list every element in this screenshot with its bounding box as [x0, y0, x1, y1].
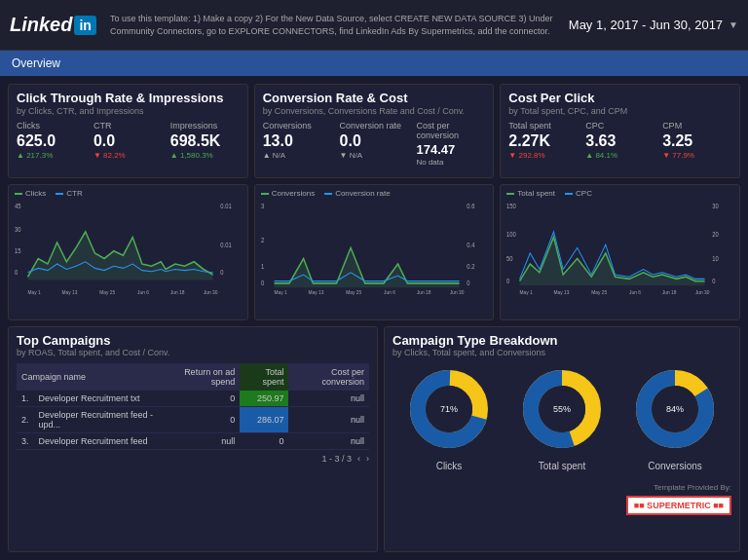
svg-text:Jun 18: Jun 18: [417, 288, 431, 294]
cpm-value: 3.25: [662, 132, 731, 150]
total-spent-change: ▼ 292.8%: [508, 151, 578, 160]
svg-text:15: 15: [15, 247, 21, 254]
svg-marker-13: [28, 232, 213, 280]
ctr-panel-sub: by Clicks, CTR, and Impressions: [17, 106, 240, 116]
supermetrics-label: ■■ SUPERMETRIC ■■: [634, 501, 724, 510]
cpc-metric-values: Total spent 2.27K ▼ 292.8% CPC 3.63 ▲ 84…: [508, 121, 731, 160]
row2-spent: 286.07: [240, 407, 288, 433]
cpc-panel-sub: by Total spent, CPC, and CPM: [508, 106, 731, 116]
clicks-value: 625.0: [17, 132, 86, 150]
svg-text:May 25: May 25: [99, 288, 115, 294]
svg-text:3: 3: [261, 202, 265, 208]
next-page-button[interactable]: ›: [366, 454, 369, 464]
header: Linked in To use this template: 1) Make …: [0, 0, 748, 51]
template-credit: Template Provided By: ■■ SUPERMETRIC ■■: [393, 477, 731, 515]
conversion-metric-values: Conversions 13.0 ▲ N/A Conversion rate 0…: [263, 121, 486, 167]
clicks-metric: Clicks 625.0 ▲ 217.3%: [17, 121, 86, 160]
row3-spent: 0: [240, 433, 288, 450]
charts-row: Clicks CTR 45 30 15 0 0.01 0.01 0 May 1 …: [8, 184, 740, 320]
conversion-chart-legend: Conversions Conversion rate: [261, 189, 488, 198]
conversion-panel-sub: by Conversions, Conversions Rate and Cos…: [263, 106, 486, 116]
svg-text:0.01: 0.01: [220, 202, 232, 208]
svg-text:May 1: May 1: [274, 288, 286, 294]
row3-roas: null: [164, 433, 240, 450]
total-spent-donut-item: 55% Total spent: [518, 365, 606, 471]
ctr-chart-legend: Clicks CTR: [15, 189, 242, 198]
cpc-chart-svg: 150 100 50 0 30 20 10 0 May 1 May 13 May…: [506, 200, 733, 307]
row3-num: 3.: [17, 433, 34, 450]
row2-conv: null: [288, 407, 369, 433]
conversions-label: Conversions: [263, 121, 332, 131]
svg-text:Jun 30: Jun 30: [204, 288, 218, 294]
svg-text:71%: 71%: [440, 404, 458, 414]
ctr-change: ▼ 82.2%: [94, 151, 163, 160]
svg-text:Jun 6: Jun 6: [629, 288, 641, 294]
svg-text:20: 20: [713, 231, 720, 238]
logo-text: Linked: [10, 14, 72, 36]
linkedin-logo: Linked in: [10, 14, 96, 36]
impressions-label: Impressions: [170, 121, 240, 131]
svg-text:Jun 30: Jun 30: [695, 288, 710, 294]
svg-text:100: 100: [506, 231, 516, 238]
table-row: 3. Developer Recruitment feed null 0 nul…: [17, 433, 369, 450]
table-row: 1. Developer Recruitment txt 0 250.97 nu…: [17, 391, 369, 407]
svg-text:May 13: May 13: [308, 288, 323, 294]
svg-text:2: 2: [261, 237, 265, 243]
ctr-metric-values: Clicks 625.0 ▲ 217.3% CTR 0.0 ▼ 82.2% Im…: [17, 121, 240, 160]
table-row: 2. Developer Recruitment feed - upd... 0…: [17, 407, 369, 433]
date-range[interactable]: May 1, 2017 - Jun 30, 2017 ▼: [569, 18, 738, 32]
svg-text:May 25: May 25: [592, 288, 608, 294]
conv-rate-value: 0.0: [340, 132, 409, 150]
total-spent-donut-label: Total spent: [539, 461, 585, 471]
conv-rate-label: Conversion rate: [340, 121, 409, 131]
svg-text:May 13: May 13: [61, 288, 77, 294]
row1-name: Developer Recruitment txt: [34, 391, 164, 407]
legend-ctr: CTR: [56, 189, 82, 198]
clicks-change: ▲ 217.3%: [17, 151, 86, 160]
conversions-donut-svg: 84%: [631, 365, 719, 453]
conversions-change: ▲ N/A: [263, 151, 332, 160]
main-content: Click Through Rate & Impressions by Clic…: [0, 76, 748, 560]
ctr-panel-title: Click Through Rate & Impressions: [17, 91, 240, 105]
cost-per-conv-value: 174.47: [416, 142, 485, 157]
conversions-donut-label: Conversions: [648, 461, 702, 471]
nav-bar: Overview: [0, 51, 748, 76]
svg-text:0: 0: [220, 269, 224, 276]
row2-roas: 0: [164, 407, 240, 433]
header-instructions: To use this template: 1) Make a copy 2) …: [110, 13, 559, 37]
impressions-change: ▲ 1,580.3%: [170, 151, 240, 160]
donut-row: 71% Clicks 55% Total spent: [393, 365, 731, 471]
ctr-chart: Clicks CTR 45 30 15 0 0.01 0.01 0 May 1 …: [8, 184, 248, 320]
row3-conv: null: [288, 433, 369, 450]
svg-text:0: 0: [15, 269, 19, 276]
campaigns-title: Top Campaigns: [17, 333, 369, 348]
col-roas: Return on ad spend: [164, 363, 240, 391]
cpm-label: CPM: [662, 121, 731, 131]
template-by-text: Template Provided By:: [654, 483, 731, 492]
date-range-text: May 1, 2017 - Jun 30, 2017: [569, 18, 723, 32]
metrics-row: Click Through Rate & Impressions by Clic…: [8, 84, 740, 178]
row1-num: 1.: [17, 391, 34, 407]
row3-name: Developer Recruitment feed: [34, 433, 164, 450]
campaigns-panel: Top Campaigns by ROAS, Total spent, and …: [8, 326, 378, 552]
conversion-panel-title: Conversion Rate & Cost: [263, 91, 486, 105]
svg-text:30: 30: [713, 202, 720, 208]
ctr-value: 0.0: [94, 132, 163, 150]
clicks-donut-svg: 71%: [405, 365, 493, 453]
cost-per-conv-label: Cost per conversion: [416, 121, 485, 140]
prev-page-button[interactable]: ‹: [357, 454, 360, 464]
nav-overview[interactable]: Overview: [12, 56, 60, 70]
svg-text:0.01: 0.01: [220, 242, 232, 248]
conversions-metric: Conversions 13.0 ▲ N/A: [263, 121, 332, 167]
svg-text:50: 50: [506, 254, 513, 261]
row1-spent: 250.97: [240, 391, 288, 407]
cpc-panel-title: Cost Per Click: [508, 91, 731, 105]
svg-text:May 13: May 13: [554, 288, 570, 294]
pagination-text: 1 - 3 / 3: [321, 454, 352, 464]
svg-text:May 1: May 1: [28, 288, 41, 294]
conversions-value: 13.0: [263, 132, 332, 150]
ctr-chart-svg: 45 30 15 0 0.01 0.01 0 May 1 May 13 May …: [15, 200, 242, 307]
svg-text:30: 30: [15, 226, 21, 233]
total-spent-metric: Total spent 2.27K ▼ 292.8%: [508, 121, 578, 160]
svg-text:84%: 84%: [666, 404, 684, 414]
